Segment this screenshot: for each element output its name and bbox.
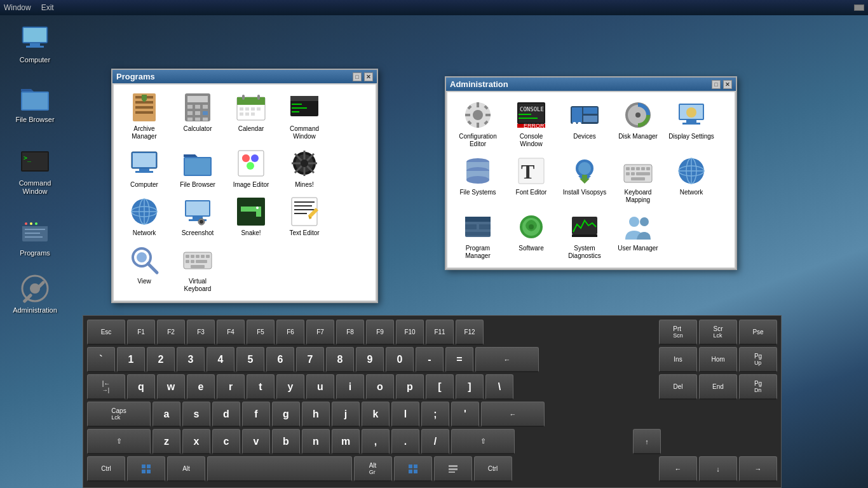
admin-keyboard-mapping[interactable]: Keyboard Mapping [613, 153, 663, 207]
key-f4[interactable]: F4 [217, 320, 245, 345]
key-f2[interactable]: F2 [157, 320, 185, 345]
key-f7[interactable]: F7 [306, 320, 334, 345]
key-h[interactable]: h [302, 402, 330, 427]
key-t[interactable]: t [247, 374, 275, 400]
key-f3[interactable]: F3 [187, 320, 215, 345]
admin-font-editor[interactable]: T Font Editor [506, 153, 557, 207]
key-esc[interactable]: Esc [87, 320, 125, 345]
admin-console-window[interactable]: CONSOLE ERROR Console Window [506, 97, 557, 151]
key-f5[interactable]: F5 [247, 320, 275, 345]
key-6[interactable]: 6 [266, 347, 294, 372]
key-pause[interactable]: Pse [739, 320, 777, 345]
key-semicolon[interactable]: ; [421, 402, 449, 427]
app-command-window[interactable]: Command Window [279, 90, 330, 143]
admin-system-diagnostics[interactable]: System Diagnostics [559, 209, 610, 262]
key-r[interactable]: r [217, 374, 245, 400]
app-image-editor[interactable]: Image Editor [226, 146, 276, 191]
app-view[interactable]: View [119, 242, 170, 295]
key-f1[interactable]: F1 [127, 320, 155, 345]
admin-user-manager[interactable]: User Manager [613, 209, 663, 262]
key-arrow-down[interactable]: ↓ [699, 456, 737, 482]
key-n[interactable]: n [302, 429, 330, 454]
admin-install-visopsys[interactable]: Install Visopsys [559, 153, 610, 207]
key-f11[interactable]: F11 [426, 320, 454, 345]
key-x[interactable]: x [182, 429, 210, 454]
key-backslash[interactable]: \ [485, 374, 513, 400]
key-z[interactable]: z [153, 429, 180, 454]
key-q[interactable]: q [127, 374, 155, 400]
key-e[interactable]: e [187, 374, 215, 400]
key-f8[interactable]: F8 [336, 320, 364, 345]
key-tab[interactable]: |←→| [87, 374, 125, 400]
key-s[interactable]: s [182, 402, 210, 427]
admin-file-systems[interactable]: File Systems [452, 153, 503, 207]
key-0[interactable]: 0 [386, 347, 414, 372]
admin-disk-manager[interactable]: Disk Manager [613, 97, 663, 151]
key-f[interactable]: f [242, 402, 270, 427]
key-9[interactable]: 9 [356, 347, 384, 372]
key-d[interactable]: d [212, 402, 240, 427]
admin-software[interactable]: Software [506, 209, 557, 262]
key-g[interactable]: g [272, 402, 300, 427]
desktop-icon-file-browser[interactable]: File Browser [6, 83, 64, 124]
desktop-icon-computer[interactable]: Computer [6, 23, 64, 64]
app-screenshot[interactable]: Screenshot [172, 194, 223, 240]
key-f6[interactable]: F6 [276, 320, 304, 345]
programs-close-btn[interactable]: ✕ [364, 72, 373, 81]
key-rctrl[interactable]: Ctrl [474, 456, 512, 482]
key-menu[interactable] [434, 456, 472, 482]
key-v[interactable]: v [242, 429, 270, 454]
app-archive-manager[interactable]: Archive Manager [119, 90, 170, 143]
key-5[interactable]: 5 [236, 347, 264, 372]
key-scrlck[interactable]: ScrLck [699, 320, 737, 345]
desktop-icon-command-window[interactable]: >_ Command Window [6, 146, 64, 196]
key-lshift[interactable]: ⇧ [87, 429, 151, 454]
app-snake[interactable]: Snake! [226, 194, 276, 240]
key-rbracket[interactable]: ] [456, 374, 484, 400]
key-capslock[interactable]: CapsLck [87, 402, 151, 427]
key-f10[interactable]: F10 [396, 320, 424, 345]
key-3[interactable]: 3 [177, 347, 205, 372]
key-a[interactable]: a [153, 402, 180, 427]
app-mines[interactable]: Mines! [279, 146, 330, 191]
key-j[interactable]: j [332, 402, 360, 427]
menu-exit[interactable]: Exit [41, 3, 54, 12]
key-equals[interactable]: = [445, 347, 473, 372]
key-b[interactable]: b [272, 429, 300, 454]
key-7[interactable]: 7 [296, 347, 324, 372]
app-computer[interactable]: Computer [119, 146, 170, 191]
app-file-browser[interactable]: File Browser [172, 146, 223, 191]
key-backtick[interactable]: ` [87, 347, 115, 372]
key-i[interactable]: i [336, 374, 364, 400]
desktop-icon-programs[interactable]: Programs [6, 216, 64, 257]
key-k[interactable]: k [362, 402, 390, 427]
key-prtscn[interactable]: PrtScn [659, 320, 697, 345]
app-calendar[interactable]: Calendar [226, 90, 276, 143]
key-l[interactable]: l [391, 402, 419, 427]
key-rwin[interactable] [394, 456, 432, 482]
programs-minimize-btn[interactable]: □ [353, 72, 362, 81]
key-end[interactable]: End [699, 374, 737, 400]
admin-network[interactable]: Network [666, 153, 717, 207]
key-lbracket[interactable]: [ [426, 374, 454, 400]
key-del[interactable]: Del [659, 374, 697, 400]
key-8[interactable]: 8 [326, 347, 354, 372]
key-w[interactable]: w [157, 374, 185, 400]
admin-config-editor[interactable]: Configuration Editor [452, 97, 503, 151]
key-minus[interactable]: - [416, 347, 444, 372]
app-virtual-keyboard[interactable]: Virtual Keyboard [172, 242, 223, 295]
key-slash[interactable]: / [421, 429, 449, 454]
app-text-editor[interactable]: Text Editor [279, 194, 330, 240]
key-y[interactable]: y [276, 374, 304, 400]
key-c[interactable]: c [212, 429, 240, 454]
key-ins[interactable]: Ins [659, 347, 697, 372]
key-f12[interactable]: F12 [456, 320, 484, 345]
key-p[interactable]: p [396, 374, 424, 400]
admin-minimize-btn[interactable]: □ [712, 80, 721, 89]
key-lctrl[interactable]: Ctrl [87, 456, 125, 482]
key-space[interactable] [207, 456, 352, 482]
admin-close-btn[interactable]: ✕ [723, 80, 732, 89]
key-arrow-right[interactable]: → [739, 456, 777, 482]
key-arrow-left[interactable]: ← [659, 456, 697, 482]
key-pgdn[interactable]: PgDn [739, 374, 777, 400]
